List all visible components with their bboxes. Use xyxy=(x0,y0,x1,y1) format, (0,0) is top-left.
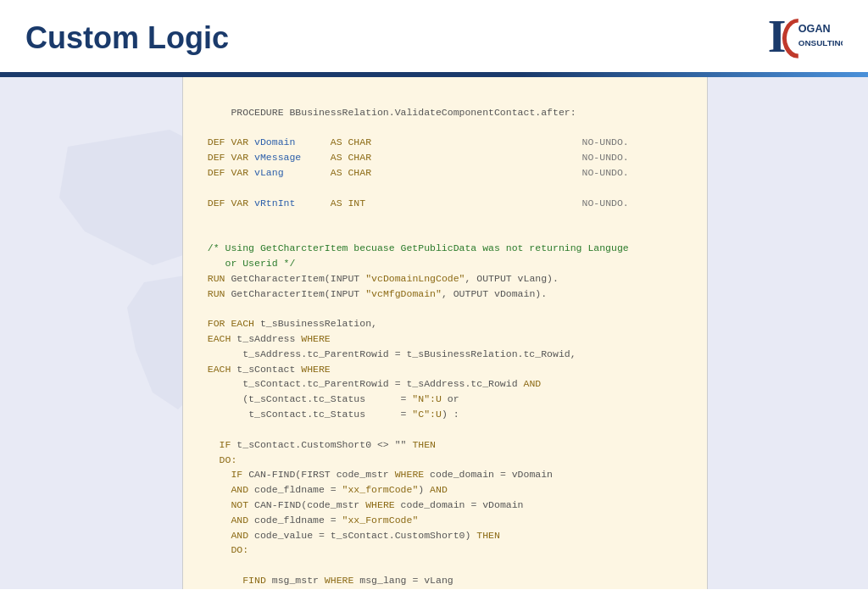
logo: I OGAN ONSULTING xyxy=(766,8,843,68)
code-content: PROCEDURE BBusinessRelation.ValidateComp… xyxy=(183,86,707,589)
logo-icon: I OGAN ONSULTING xyxy=(766,8,843,68)
main-content: PROCEDURE BBusinessRelation.ValidateComp… xyxy=(0,77,868,589)
svg-text:OGAN: OGAN xyxy=(798,23,831,35)
page-title: Custom Logic xyxy=(25,20,229,56)
svg-text:ONSULTING: ONSULTING xyxy=(798,38,843,47)
code-panel: PROCEDURE BBusinessRelation.ValidateComp… xyxy=(182,77,708,589)
header: Custom Logic I OGAN ONSULTING xyxy=(0,0,868,72)
